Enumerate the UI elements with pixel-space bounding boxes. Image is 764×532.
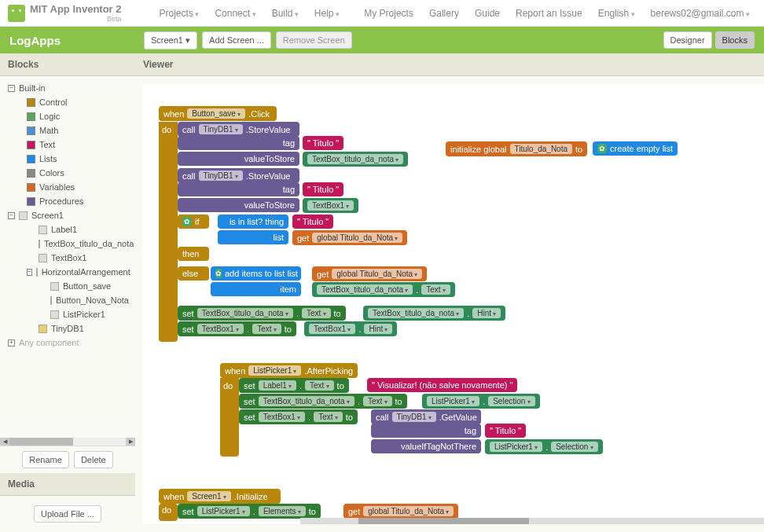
blocks-tree[interactable]: − Built-in ControlLogicMathTextListsColo…	[0, 76, 135, 438]
tree-cat-variables[interactable]: Variables	[3, 180, 132, 194]
menu-projects[interactable]: Projects	[153, 5, 206, 22]
canvas-hscroll[interactable]	[300, 518, 764, 524]
menu-report[interactable]: Report an Issue	[509, 5, 589, 22]
menu-gallery[interactable]: Gallery	[423, 5, 465, 22]
tree-cat-colors[interactable]: Colors	[3, 166, 132, 180]
tree-tinydb[interactable]: TinyDB1	[3, 321, 132, 336]
block-create-empty[interactable]: ✿ create empty list	[593, 141, 678, 156]
block-text-titulo4[interactable]: " Titulo "	[485, 424, 526, 438]
tree-anycomponent[interactable]: + Any component	[3, 336, 132, 350]
block-comp-tbtitulo-text[interactable]: TextBox_titulo_da_nota . Text	[312, 282, 455, 297]
block-set-tbtitulo[interactable]: set TextBox_titulo_da_nota . Text to	[239, 394, 407, 409]
block-set2[interactable]: set TextBox1 . Text to	[178, 321, 296, 336]
minus-icon[interactable]: −	[27, 269, 32, 276]
tree-cat-control[interactable]: Control	[3, 95, 132, 109]
block-tag1: tag	[178, 136, 299, 150]
block-set-label1[interactable]: set Label1 . Text to	[239, 378, 349, 393]
comp-ref[interactable]: Button_save	[187, 108, 245, 119]
remove-screen-button[interactable]: Remove Screen	[276, 31, 352, 49]
block-when-click[interactable]: when Button_save .Click	[159, 106, 277, 121]
minus-icon[interactable]: −	[8, 212, 15, 219]
tree-comp-textbox1[interactable]: TextBox1	[3, 251, 132, 265]
block-comp-tb1[interactable]: TextBox1	[303, 198, 358, 213]
block-when-initialize[interactable]: when Screen1 .Initialize	[159, 489, 281, 504]
menu-build[interactable]: Build	[266, 5, 305, 22]
block-else: else	[178, 266, 209, 281]
block-comp-tbtitulo1[interactable]: TextBox_titulo_da_nota	[303, 152, 408, 167]
media-panel: Media Upload File ...	[0, 473, 135, 532]
block-vts2: valueToStore	[178, 198, 299, 212]
menu-language[interactable]: English	[592, 5, 641, 22]
delete-button[interactable]: Delete	[74, 451, 113, 468]
block-comp-hint2[interactable]: TextBox1 . Hint	[304, 321, 397, 336]
component-icon	[39, 254, 47, 262]
block-call-store2[interactable]: callTinyDB1.StoreValue	[178, 168, 299, 183]
gear-icon[interactable]: ✿	[597, 144, 607, 153]
block-text-titulo1[interactable]: " Titulo "	[303, 136, 343, 150]
block-set-elements[interactable]: set ListPicker1 . Elements to	[178, 504, 321, 519]
upload-file-button[interactable]: Upload File ...	[34, 505, 101, 523]
block-init-global[interactable]: initialize global Titulo_da_Nota to	[446, 141, 587, 156]
db-icon	[39, 325, 47, 333]
designer-button[interactable]: Designer	[663, 31, 712, 49]
block-do-strip3[interactable]: do	[159, 504, 178, 521]
menus-left: Projects Connect Build Help	[153, 5, 347, 22]
block-item: item	[211, 282, 301, 296]
minus-icon[interactable]: −	[8, 85, 15, 92]
block-do-strip2[interactable]: do	[220, 378, 239, 457]
block-comp-hint1[interactable]: TextBox_titulo_da_nota . Hint	[363, 306, 505, 321]
block-lp-sel1[interactable]: ListPicker1 . Selection	[422, 394, 540, 409]
tree-cat-lists[interactable]: Lists	[3, 152, 132, 166]
block-text-titulo3[interactable]: " Titulo "	[292, 215, 333, 229]
tree-comp-label1[interactable]: Label1	[3, 222, 132, 237]
block-get-global3[interactable]: get global Titulo_da_Nota	[343, 504, 458, 519]
beta-label: Beta	[30, 15, 122, 23]
tree-cat-text[interactable]: Text	[3, 138, 132, 152]
tree-ha[interactable]: − HorizontalArrangement	[3, 265, 132, 279]
canvas[interactable]: when Button_save .Click do callTinyDB1.S…	[143, 84, 764, 524]
menu-help[interactable]: Help	[308, 5, 346, 22]
swatch-icon	[27, 98, 35, 107]
block-call-getvalue[interactable]: call TinyDB1 .GetValue	[371, 409, 481, 424]
gear-icon[interactable]: ✿	[182, 217, 192, 226]
tree-cat-math[interactable]: Math	[3, 123, 132, 138]
plus-icon[interactable]: +	[8, 339, 15, 347]
block-get-global1[interactable]: get global Titulo_da_Nota	[292, 230, 407, 245]
tree-screen1[interactable]: − Screen1	[3, 208, 132, 222]
menu-myprojects[interactable]: My Projects	[358, 5, 420, 22]
block-when-afterpicking[interactable]: when ListPicker1 .AfterPicking	[220, 363, 358, 378]
tree-comp-listpicker1[interactable]: ListPicker1	[3, 307, 132, 321]
block-text-titulo2[interactable]: " Titulo "	[303, 182, 343, 196]
tree-comp-button_save[interactable]: Button_save	[3, 279, 132, 293]
block-if[interactable]: ✿if	[178, 215, 209, 229]
gear-icon[interactable]: ✿	[215, 269, 222, 278]
block-call-store1[interactable]: callTinyDB1.StoreValue	[178, 122, 299, 137]
block-lp-sel2[interactable]: ListPicker1 . Selection	[485, 439, 603, 454]
blocks-button[interactable]: Blocks	[715, 31, 755, 49]
tree-actions: Rename Delete	[0, 446, 135, 473]
block-additems[interactable]: ✿add items to list list	[211, 266, 301, 281]
layout-icon	[36, 268, 38, 277]
block-get-global2[interactable]: get global Titulo_da_Nota	[312, 266, 427, 281]
block-isinlist[interactable]: is in list? thing	[218, 215, 288, 229]
block-do-strip[interactable]: do	[159, 122, 178, 342]
tree-builtin[interactable]: − Built-in	[3, 81, 132, 95]
tree-comp-textbox_titulo_da_nota[interactable]: TextBox_titulo_da_nota	[3, 237, 132, 251]
block-set1[interactable]: set TextBox_titulo_da_nota . Text to	[178, 306, 346, 321]
tree-cat-logic[interactable]: Logic	[3, 109, 132, 123]
block-text-viz[interactable]: " Visualizar! (não salve novamente) "	[367, 378, 517, 392]
scroll-right-icon[interactable]: ▶	[126, 438, 135, 446]
menu-account[interactable]: berews02@gmail.com	[645, 5, 756, 22]
scroll-left-icon[interactable]: ◀	[0, 438, 9, 446]
block-set-tb1b[interactable]: set TextBox1 . Text to	[239, 409, 358, 424]
tree-comp-button_nova_nota[interactable]: Button_Nova_Nota	[3, 293, 132, 307]
rename-button[interactable]: Rename	[22, 451, 69, 468]
menu-connect[interactable]: Connect	[208, 5, 262, 22]
add-screen-button[interactable]: Add Screen ...	[202, 31, 271, 49]
sidebar-hscroll[interactable]: ◀ ▶	[0, 438, 135, 446]
screen-dropdown[interactable]: Screen1 ▾	[144, 31, 197, 50]
block-then: then	[178, 247, 209, 261]
menu-guide[interactable]: Guide	[468, 5, 506, 22]
tree-cat-procedures[interactable]: Procedures	[3, 194, 132, 208]
main: Blocks − Built-in ControlLogicMathTextLi…	[0, 53, 764, 532]
